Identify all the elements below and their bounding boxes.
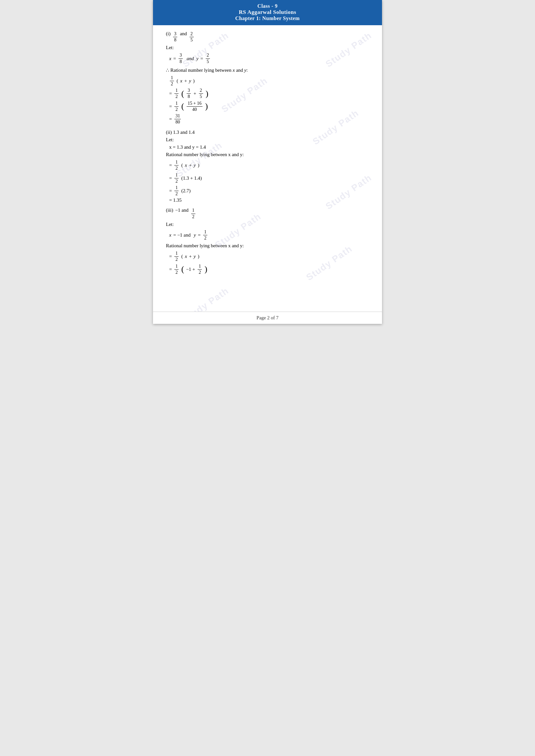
section-ii-title: (ii) 1.3 and 1.4 xyxy=(166,130,369,135)
formula-i-3: = 1 2 ( 15 + 16 40 ) xyxy=(169,100,369,113)
section-i-label: (i) xyxy=(166,31,170,37)
let-equation-iii: x = −1 and y = 1 2 xyxy=(169,229,369,241)
section-i-and: and xyxy=(180,31,187,37)
page-content: Study Path Study Path Study Path Study P… xyxy=(153,25,382,311)
formula-i-2: = 1 2 ( 3 8 + 2 5 ) xyxy=(169,88,369,99)
class-title: Class - 9 xyxy=(158,3,377,9)
watermark-9: Study Path xyxy=(181,285,231,311)
frac-2-5: 2 5 xyxy=(189,31,194,43)
y-val-frac: 2 5 xyxy=(206,52,210,64)
let-label-iii: Let: xyxy=(166,222,369,227)
frac-1-2-title: 1 2 xyxy=(191,207,195,220)
let-label-ii: Let: xyxy=(166,137,369,143)
therefore-line-i: ∴ Rational number lying between x and y: xyxy=(166,67,369,73)
section-i-title: (i) 3 8 and 2 5 xyxy=(166,31,369,43)
page-footer: Page 2 of 7 xyxy=(153,311,382,324)
x-val-frac: 3 8 xyxy=(179,52,183,64)
section-ii: (ii) 1.3 and 1.4 Let: x = 1.3 and y = 1.… xyxy=(166,130,369,203)
therefore-line-ii: Rational number lying between x and y: xyxy=(166,152,369,157)
formula-ii-2: = 1 2 (1.3 + 1.4) xyxy=(169,172,369,184)
formula-ii-3: = 1 2 (2.7) xyxy=(169,185,369,197)
let-label-i: Let: xyxy=(166,45,369,50)
section-iii-title: (iii) −1 and 1 2 xyxy=(166,207,369,220)
formula-iii-1: = 1 2 ( x + y ) xyxy=(169,251,369,262)
formula-i-1: 1 2 ( x + y ) xyxy=(169,75,369,87)
let-equation-ii: x = 1.3 and y = 1.4 xyxy=(169,145,369,150)
therefore-line-iii: Rational number lying between x and y: xyxy=(166,243,369,249)
formula-i-4: = 31 80 xyxy=(169,113,369,125)
section-iii-label: (iii) xyxy=(166,207,173,213)
section-iii: (iii) −1 and 1 2 Let: x = −1 and y = 1 2 xyxy=(166,207,369,275)
page: Class - 9 RS Aggarwal Solutions Chapter … xyxy=(153,0,382,324)
chapter-title: Chapter 1: Number System xyxy=(158,15,377,21)
formula-ii-1: = 1 2 ( x + y ) xyxy=(169,159,369,171)
frac-3-8: 3 8 xyxy=(173,31,177,43)
formula-iii-2: = 1 2 ( −1 + 1 2 ) xyxy=(169,263,369,275)
formula-ii-4: = 1.35 xyxy=(169,198,369,203)
page-number: Page 2 of 7 xyxy=(257,315,278,320)
book-title: RS Aggarwal Solutions xyxy=(158,9,377,15)
section-i: (i) 3 8 and 2 5 Let: x = 3 8 xyxy=(166,31,369,125)
page-header: Class - 9 RS Aggarwal Solutions Chapter … xyxy=(153,0,382,25)
section-ii-label: (ii) 1.3 and 1.4 xyxy=(166,130,195,135)
let-equation-i: x = 3 8 and y = 2 5 xyxy=(169,52,369,64)
